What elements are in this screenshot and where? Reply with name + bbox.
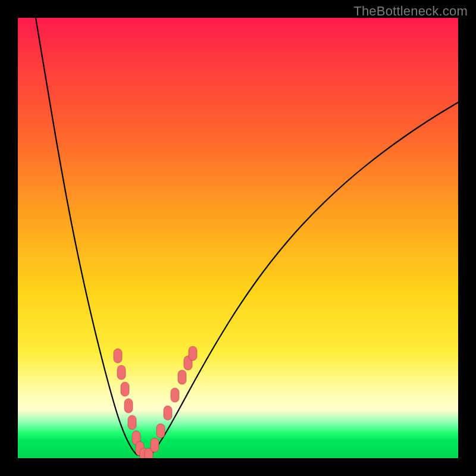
marker-point xyxy=(178,370,186,384)
right-branch-curve xyxy=(151,102,458,455)
watermark-text: TheBottleneck.com xyxy=(353,4,468,19)
marker-point xyxy=(124,399,133,413)
marker-point xyxy=(114,349,122,363)
marker-point xyxy=(189,346,197,361)
marker-point xyxy=(128,415,136,430)
curve-layer xyxy=(18,18,458,458)
plot-area xyxy=(18,18,458,458)
marker-point xyxy=(117,365,126,380)
marker-group xyxy=(114,346,197,458)
marker-point xyxy=(171,388,179,402)
marker-point xyxy=(164,406,172,420)
marker-point xyxy=(156,424,165,438)
marker-point xyxy=(151,438,159,452)
marker-point xyxy=(121,382,129,396)
chart-frame: TheBottleneck.com xyxy=(0,0,476,476)
